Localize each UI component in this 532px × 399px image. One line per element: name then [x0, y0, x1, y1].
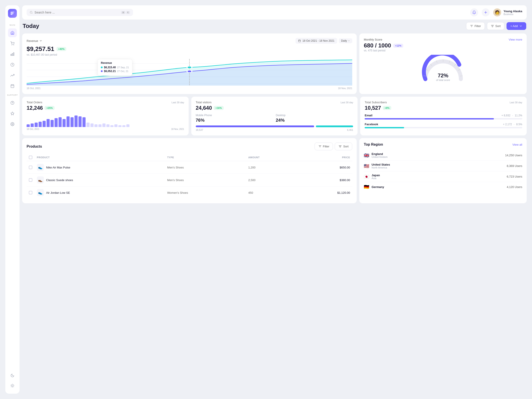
order-bar [38, 122, 42, 127]
email-bar-bg [365, 118, 522, 120]
orders-label: Total Orders [27, 101, 42, 104]
product-image: 👟 [37, 189, 44, 196]
select-all-checkbox[interactable] [29, 156, 32, 159]
sidebar-item-cart[interactable] [8, 39, 17, 48]
svg-rect-6 [11, 85, 14, 88]
order-bar [78, 116, 82, 127]
orders-chart-dates: 18 Oct, 2021 18 Nov, 2021 [27, 128, 184, 130]
view-more-link[interactable]: View more [509, 38, 522, 41]
row-checkbox[interactable] [29, 165, 32, 169]
search-input[interactable] [35, 11, 120, 14]
sidebar-item-moon[interactable] [8, 371, 17, 380]
product-name: Air Jordan Low SE [46, 191, 70, 194]
order-bar [75, 115, 78, 127]
filter-icon [470, 24, 473, 28]
visitors-label: Total visitors [196, 101, 212, 104]
revenue-badge: +40% [57, 47, 66, 51]
table-row[interactable]: 👟 Air Jordan Low SE Women's Shoes 450 $1… [27, 186, 352, 199]
region-name: United States [372, 163, 390, 166]
product-price: $380.00 [297, 174, 352, 186]
visitors-period: Last 30 day [341, 101, 353, 104]
table-row[interactable]: 👞 Classic Suede shoes Men's Shoes 2,500 … [27, 174, 352, 186]
order-bar [114, 124, 117, 127]
row-checkbox[interactable] [29, 178, 32, 182]
region-name: Germany [372, 185, 384, 189]
gauge-chart: 72% of total score [364, 55, 522, 83]
region-item[interactable]: 🇬🇧 England United Kindom 14,250 Users [364, 150, 522, 161]
period-select[interactable]: Daily [339, 38, 352, 43]
subscribers-badge: +8% [383, 106, 391, 110]
region-item[interactable]: 🇺🇸 United States North America 8,369 Use… [364, 161, 522, 171]
score-vs-text: vs. 475 last period [364, 49, 522, 52]
product-name: Classic Suede shoes [46, 178, 73, 182]
col-type: TYPE [165, 154, 246, 161]
sidebar-item-settings[interactable] [8, 120, 17, 129]
email-sub-item: Email + 8,932 · 11.2% [365, 114, 522, 120]
view-all-link[interactable]: View all [512, 143, 522, 146]
orders-badge: +25% [44, 106, 54, 110]
sidebar-item-home[interactable] [8, 28, 17, 37]
svg-rect-2 [13, 52, 14, 56]
product-amount: 1,200 [246, 161, 297, 174]
bell-icon [472, 10, 476, 14]
date-range-button[interactable]: 18 Oct 2021 - 18 Nov 2021 [296, 38, 337, 44]
filter-icon [318, 145, 322, 148]
region-item[interactable]: 🇩🇪 Germany 4,120 Users [364, 182, 522, 192]
filter-button[interactable]: Filter [466, 22, 485, 30]
tooltip-row-2: $6,052.21 27 Oct, 21 [101, 70, 129, 73]
sidebar-item-chart[interactable] [8, 50, 17, 58]
order-bar [63, 119, 66, 127]
facebook-bar-fill [365, 127, 404, 128]
products-table: PRODUCT TYPE AMOUNT PRICE 👟 Nike Air Max… [27, 154, 352, 199]
sidebar-item-trend[interactable] [8, 71, 17, 80]
subscribers-value: 10,527 +8% [365, 105, 522, 111]
user-info[interactable]: 🧑 Young Alaska Business [493, 8, 522, 16]
facebook-bar-bg [365, 127, 522, 128]
row-checkbox[interactable] [29, 191, 32, 194]
svg-line-24 [32, 13, 32, 13]
svg-point-0 [12, 45, 12, 45]
email-sub-name: Email [365, 114, 372, 117]
region-users: 4,120 Users [507, 185, 522, 189]
revenue-vs-text: vs. $10,467.00 last period [27, 53, 352, 56]
email-sub-stats: + 8,932 · 11.2% [501, 114, 522, 117]
notification-button[interactable] [470, 8, 478, 16]
sort-button[interactable]: Sort [487, 22, 505, 30]
top-cards-row: Revenue 18 Oct 2021 - 18 Nov 2021 Daily [22, 33, 527, 94]
products-filter-button[interactable]: Filter [315, 143, 333, 150]
chevron-down-icon [348, 40, 350, 42]
add-new-button[interactable]: + Add [507, 22, 526, 30]
product-name: Nike Air Max Pulse [46, 166, 70, 169]
search-container[interactable]: ⌘ K [27, 9, 133, 16]
sidebar-item-clock[interactable] [8, 60, 17, 69]
tooltip-dot-2 [101, 70, 103, 72]
order-bar [70, 117, 74, 127]
products-card: Products Filter Sort [22, 138, 357, 203]
order-bar [58, 117, 62, 127]
order-bar [43, 121, 46, 127]
col-product: PRODUCT [35, 154, 165, 161]
region-left: 🇬🇧 England United Kindom [364, 152, 387, 158]
region-left: 🇩🇪 Germany [364, 184, 384, 190]
user-name: Young Alaska [503, 10, 522, 13]
revenue-label[interactable]: Revenue [27, 39, 42, 43]
table-row[interactable]: 👟 Nike Air Max Pulse Men's Shoes 1,200 $… [27, 161, 352, 174]
revenue-value: $9,257.51 +40% [27, 45, 352, 52]
add-button[interactable] [482, 8, 490, 16]
svg-point-43 [187, 70, 192, 72]
region-item[interactable]: 🇯🇵 Japan Asia 6,723 Users [364, 171, 522, 182]
col-amount: AMOUNT [246, 154, 297, 161]
page-header: Today Filter Sort + Add [22, 22, 527, 30]
revenue-chart: Revenue $6,315.40 27 Sep, 21 $6,052.21 2… [27, 59, 352, 86]
sidebar-item-help[interactable] [8, 98, 17, 107]
products-sort-button[interactable]: Sort [335, 143, 352, 150]
svg-line-17 [11, 384, 11, 385]
sidebar-item-calendar[interactable] [8, 82, 17, 90]
subscribers-period: Last 30 day [510, 101, 522, 104]
product-cell: 👟 Nike Air Max Pulse [37, 164, 163, 171]
order-bar [55, 118, 58, 127]
region-flag: 🇺🇸 [364, 163, 369, 169]
sidebar-item-magic[interactable] [8, 109, 17, 118]
score-label: Monthly Score [364, 38, 382, 41]
sidebar-item-sun[interactable] [8, 381, 17, 390]
